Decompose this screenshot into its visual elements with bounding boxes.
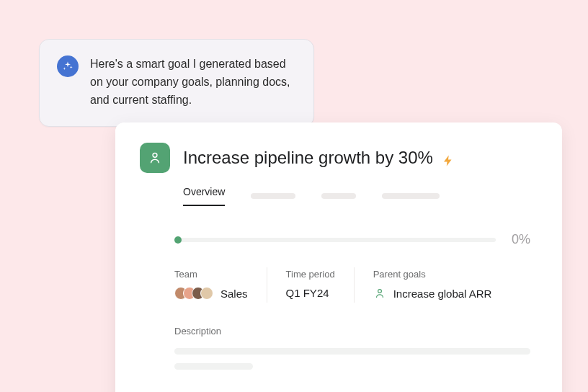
time-period-value: Q1 FY24 [286, 287, 329, 299]
goal-header: Increase pipeline growth by 30% [140, 143, 538, 173]
description-placeholder-line [174, 348, 530, 355]
meta-team: Team Sales [174, 267, 267, 303]
tab-placeholder[interactable] [382, 193, 440, 199]
meta-time-period: Time period Q1 FY24 [267, 267, 354, 303]
ai-callout-text: Here's a smart goal I generated based on… [90, 55, 296, 109]
bolt-icon [442, 151, 455, 164]
svg-point-1 [378, 290, 381, 293]
meta-team-label: Team [174, 269, 248, 280]
goal-card: Increase pipeline growth by 30% Overview… [115, 122, 562, 392]
progress-bar: 0% [174, 232, 530, 247]
meta-parent-label: Parent goals [373, 269, 492, 280]
parent-goal-name: Increase global ARR [393, 288, 492, 300]
goal-tabs: Overview [183, 186, 538, 206]
sparkle-icon [57, 55, 79, 77]
team-name: Sales [220, 288, 248, 300]
meta-parent-value[interactable]: Increase global ARR [373, 287, 492, 300]
tab-placeholder[interactable] [251, 193, 295, 199]
progress-handle[interactable] [174, 236, 182, 244]
goal-title-text: Increase pipeline growth by 30% [183, 148, 433, 168]
meta-time-label: Time period [286, 269, 335, 280]
tab-placeholder[interactable] [321, 193, 356, 199]
meta-time-value[interactable]: Q1 FY24 [286, 287, 335, 299]
ai-callout: Here's a smart goal I generated based on… [39, 39, 314, 127]
goal-icon [140, 143, 170, 173]
progress-percent: 0% [512, 232, 530, 247]
description-placeholder-line [174, 363, 253, 370]
goal-outline-icon [373, 287, 386, 300]
avatar [200, 287, 213, 300]
meta-team-value[interactable]: Sales [174, 287, 248, 300]
svg-point-0 [153, 153, 157, 157]
description-section: Description [174, 326, 530, 370]
team-avatars [174, 287, 213, 300]
meta-parent-goals: Parent goals Increase global ARR [354, 267, 511, 303]
goal-title: Increase pipeline growth by 30% [183, 148, 455, 168]
tab-overview[interactable]: Overview [183, 186, 225, 206]
goal-meta-row: Team Sales Time period Q1 FY24 Parent go… [174, 267, 538, 303]
description-label: Description [174, 326, 530, 337]
progress-track[interactable] [174, 238, 496, 242]
